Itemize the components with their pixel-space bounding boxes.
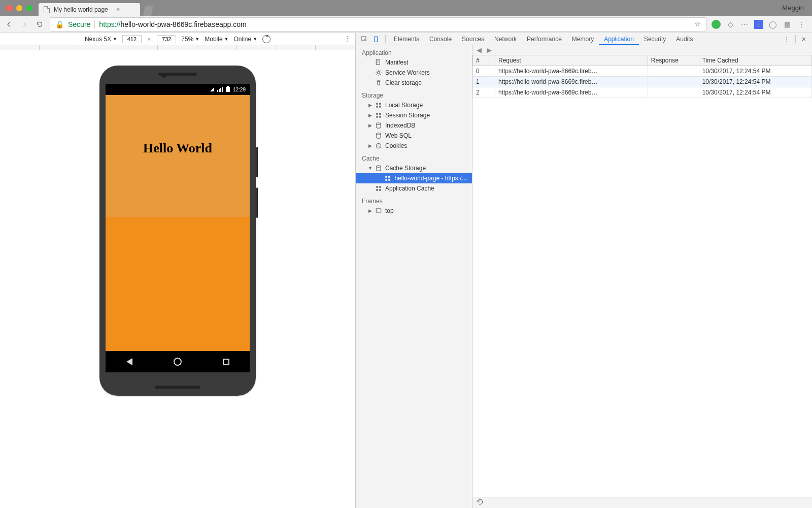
address-bar[interactable]: 🔒 Secure https://hello-world-pwa-8669c.f… <box>50 17 706 31</box>
history-back-icon[interactable]: ◀ <box>477 46 482 54</box>
nav-back-icon[interactable] <box>126 358 132 365</box>
device-toolbar-menu-icon[interactable]: ⋮ <box>344 35 350 42</box>
inspect-icon[interactable] <box>359 36 370 43</box>
zoom-window-button[interactable] <box>26 5 32 11</box>
bookmark-icon[interactable]: ☆ <box>695 20 701 28</box>
devtools-tab-memory[interactable]: Memory <box>567 34 599 45</box>
devtools-close-icon[interactable]: × <box>799 35 809 43</box>
devtools-tab-console[interactable]: Console <box>424 34 457 45</box>
table-cell: 10/30/2017, 12:24:54 PM <box>699 77 811 87</box>
side-button <box>256 147 258 177</box>
ext-icon-6[interactable]: ▦ <box>783 20 792 29</box>
ext-icon-4[interactable]: i <box>754 20 763 29</box>
table-footer <box>472 497 812 508</box>
table-row[interactable]: 1https://hello-world-pwa-8669c.fireb…10/… <box>473 77 812 87</box>
devtools-tab-network[interactable]: Network <box>489 34 522 45</box>
sidebar-item[interactable]: Service Workers <box>356 68 472 78</box>
minimize-window-button[interactable] <box>16 5 22 11</box>
refresh-icon[interactable] <box>477 498 484 507</box>
device-screen[interactable]: 12:29 Hello World <box>106 84 250 372</box>
table-header[interactable]: Response <box>648 55 699 66</box>
ext-icon-3[interactable]: ⋯ <box>740 20 749 29</box>
nav-recent-icon[interactable] <box>223 359 229 365</box>
reload-button[interactable] <box>35 19 45 29</box>
sidebar-item[interactable]: ▶IndexedDB <box>356 120 472 131</box>
sidebar-item[interactable]: ▶Local Storage <box>356 100 472 110</box>
devtools-tab-application[interactable]: Application <box>599 34 639 45</box>
disclosure-icon[interactable]: ▶ <box>368 208 372 213</box>
sidebar-item[interactable]: Manifest <box>356 57 472 68</box>
svg-point-5 <box>378 72 380 74</box>
grid-icon <box>375 185 382 192</box>
table-header[interactable]: # <box>473 55 495 66</box>
disclosure-icon[interactable]: ▶ <box>368 113 372 118</box>
devtools-tab-elements[interactable]: Elements <box>389 34 424 45</box>
ext-icon-1[interactable] <box>712 20 721 29</box>
devtools-tab-sources[interactable]: Sources <box>457 34 489 45</box>
new-tab-button[interactable] <box>143 6 153 16</box>
page-heading: Hello World <box>106 141 250 156</box>
sidebar-section-application: Application <box>356 45 472 57</box>
table-cell <box>648 87 699 98</box>
window-titlebar: My hello world page × Meggin <box>0 0 812 16</box>
disclosure-icon[interactable]: ▶ <box>368 123 372 128</box>
devtools-tab-audits[interactable]: Audits <box>671 34 698 45</box>
svg-rect-6 <box>376 103 378 105</box>
disclosure-icon[interactable]: ▼ <box>368 166 372 171</box>
network-select[interactable]: Online▼ <box>234 36 258 43</box>
toolbar: 🔒 Secure https://hello-world-pwa-8669c.f… <box>0 16 812 33</box>
zoom-select[interactable]: 75%▼ <box>181 36 199 43</box>
manifest-icon <box>375 59 382 66</box>
side-button <box>256 187 258 218</box>
svg-point-17 <box>378 145 378 145</box>
table-header[interactable]: Request <box>495 55 648 66</box>
camera-dot <box>162 74 166 78</box>
sidebar-item[interactable]: ▶top <box>356 206 472 216</box>
device-select[interactable]: Nexus 5X▼ <box>85 36 117 43</box>
table-row[interactable]: 0https://hello-world-pwa-8669c.fireb…10/… <box>473 66 812 77</box>
device-width-input[interactable] <box>122 35 142 43</box>
forward-button[interactable] <box>19 19 29 29</box>
devtools-tab-security[interactable]: Security <box>639 34 671 45</box>
device-height-input[interactable] <box>157 35 176 43</box>
close-tab-icon[interactable]: × <box>116 6 120 13</box>
devtools-menu-icon[interactable]: ⋮ <box>781 36 792 43</box>
cache-table-panel: ◀ ▶ #RequestResponseTime Cached 0https:/… <box>472 45 812 508</box>
ext-icon-2[interactable]: ◇ <box>726 20 735 29</box>
back-button[interactable] <box>4 19 14 29</box>
device-mode-icon[interactable] <box>371 36 382 43</box>
sidebar-item[interactable]: Web SQL <box>356 131 472 141</box>
close-window-button[interactable] <box>6 5 12 11</box>
sidebar-item[interactable]: Application Cache <box>356 183 472 194</box>
disclosure-icon[interactable]: ▶ <box>368 143 372 148</box>
table-header[interactable]: Time Cached <box>699 55 811 66</box>
db-icon <box>375 165 382 172</box>
sidebar-item-label: top <box>385 207 394 214</box>
page-body <box>106 217 250 351</box>
sidebar-item[interactable]: Clear storage <box>356 78 472 88</box>
browser-tab[interactable]: My hello world page × <box>39 3 140 16</box>
sidebar-item[interactable]: hello-world-page - https://hello-wo <box>356 173 472 183</box>
grid-icon <box>375 112 382 119</box>
disclosure-icon[interactable]: ▶ <box>368 103 372 108</box>
sidebar-item[interactable]: ▶Cookies <box>356 141 472 151</box>
table-cell: 10/30/2017, 12:24:54 PM <box>699 87 811 98</box>
profile-name[interactable]: Meggin <box>782 4 804 12</box>
sidebar-item[interactable]: ▼Cache Storage <box>356 163 472 173</box>
svg-rect-8 <box>376 106 378 108</box>
rotate-icon[interactable] <box>262 35 270 43</box>
devtools-tab-performance[interactable]: Performance <box>522 34 567 45</box>
sidebar-item-label: Manifest <box>385 59 408 66</box>
cache-table[interactable]: #RequestResponseTime Cached 0https://hel… <box>472 55 812 497</box>
ext-icon-5[interactable]: ◯ <box>768 20 777 29</box>
history-forward-icon[interactable]: ▶ <box>487 46 492 54</box>
devtools: ElementsConsoleSourcesNetworkPerformance… <box>355 33 812 508</box>
table-row[interactable]: 2https://hello-world-pwa-8669c.fireb…10/… <box>473 87 812 98</box>
svg-rect-27 <box>376 189 378 191</box>
throttle-select[interactable]: Mobile▼ <box>205 36 228 43</box>
nav-home-icon[interactable] <box>174 358 182 366</box>
table-cell: 1 <box>473 77 495 87</box>
chrome-menu-icon[interactable]: ⋮ <box>797 20 806 29</box>
sidebar-item-label: Local Storage <box>385 102 423 109</box>
sidebar-item[interactable]: ▶Session Storage <box>356 110 472 120</box>
